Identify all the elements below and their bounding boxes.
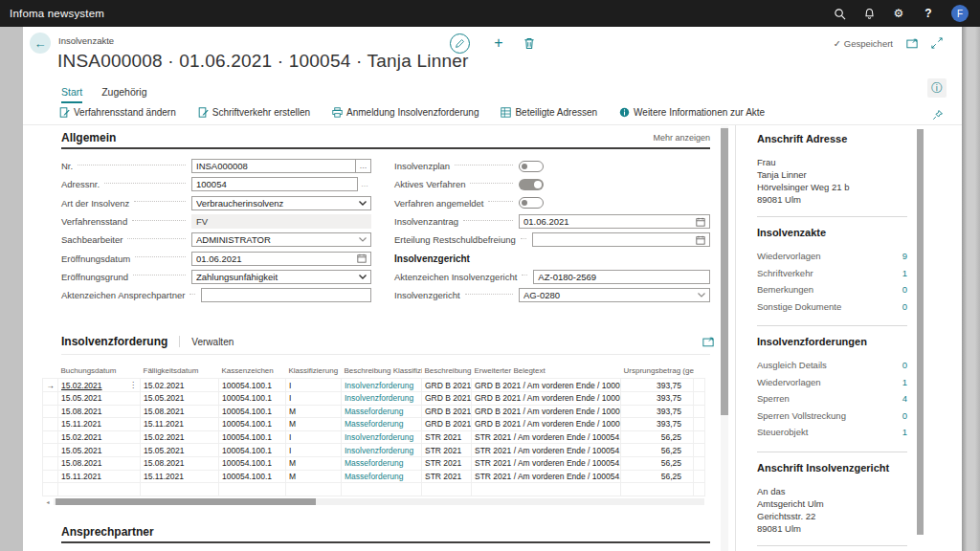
user-avatar[interactable]: F	[951, 5, 969, 22]
cell-buchungsdatum[interactable]: 15.02.2021⋮	[58, 379, 141, 392]
cell-ursprungsbetrag[interactable]: 56,25	[621, 444, 694, 457]
factbox-item-count[interactable]: 0	[902, 284, 907, 295]
table-row[interactable]: 15.05.202115.05.2021100054.100.1IInsolve…	[43, 391, 705, 405]
hscroll-left-arrow[interactable]: ◄	[42, 499, 54, 505]
breadcrumb[interactable]: Insolvenzakte	[58, 35, 114, 46]
cell-beschreibung[interactable]: GRD B 2021	[422, 391, 472, 405]
factbox-item-count[interactable]: 9	[902, 251, 907, 261]
cell-erweiterter_belegtext[interactable]: STR 2021 / Am vorderen Ende / 100054.100…	[472, 456, 621, 470]
col-header-faelligkeitsdatum[interactable]: Fälligkeitsdatum	[141, 363, 219, 379]
table-row[interactable]: 15.11.202115.11.2021100054.100.1MMassefo…	[43, 470, 705, 483]
cell-buchungsdatum[interactable]: 15.02.2021	[58, 430, 141, 444]
open-in-window-icon[interactable]	[906, 38, 918, 49]
input-erteilung-restschuldbefreiung[interactable]	[532, 232, 710, 247]
col-header-beschreibung_klassifizierung[interactable]: Beschreibung Klassifizierung	[342, 363, 422, 379]
cell-buchungsdatum[interactable]: 15.11.2021	[58, 470, 141, 483]
show-more-link[interactable]: Mehr anzeigen	[653, 133, 710, 143]
cell-beschreibung-klassifizierung[interactable]: Masseforderung	[342, 418, 422, 431]
table-row[interactable]: 15.02.202115.02.2021100054.100.1IInsolve…	[43, 430, 705, 444]
cell-beschreibung[interactable]: STR 2021	[422, 470, 472, 483]
cell-beschreibung[interactable]: GRD B 2021	[422, 405, 472, 418]
table-row[interactable]: 15.11.202115.11.2021100054.100.1MMassefo…	[43, 418, 705, 431]
factbox-vscroll-thumb[interactable]	[917, 129, 924, 535]
toggle-insolvenzplan[interactable]	[519, 161, 544, 172]
factbox-item-count[interactable]: 1	[902, 377, 907, 387]
cell-erweiterter_belegtext[interactable]: GRD B 2021 / Am vorderen Ende / 100054.1…	[472, 405, 621, 418]
cell-beschreibung-klassifizierung[interactable]: Masseforderung	[342, 405, 422, 418]
cell-erweiterter_belegtext[interactable]: GRD B 2021 / Am vorderen Ende / 100054.1…	[472, 418, 621, 431]
factbox-item-count[interactable]: 1	[902, 427, 907, 437]
cell-ursprungsbetrag[interactable]: 393,75	[621, 418, 694, 431]
factbox-item-count[interactable]: 1	[902, 268, 907, 278]
hscroll-track[interactable]	[54, 498, 704, 505]
table-row[interactable]: →15.02.2021⋮15.02.2021100054.100.1IInsol…	[43, 379, 705, 392]
cell-beschreibung[interactable]: STR 2021	[422, 430, 472, 444]
notifications-icon[interactable]	[862, 7, 876, 20]
input-insolvenzgericht[interactable]: AG-0280	[519, 288, 710, 302]
verwalten-menu[interactable]: Verwalten	[191, 337, 234, 347]
row-menu-icon[interactable]: ⋮	[129, 381, 137, 389]
cell-klassifizierung[interactable]: M	[286, 470, 342, 483]
cell-klassifizierung[interactable]: I	[286, 379, 342, 392]
col-header-klassifizierung[interactable]: Klassifizierung	[286, 363, 342, 379]
cell-ursprungsbetrag[interactable]: 393,75	[621, 379, 694, 392]
col-header-kassenzeichen[interactable]: Kassenzeichen	[219, 363, 286, 379]
cell-beschreibung[interactable]: GRD B 2021	[422, 379, 472, 392]
cell-buchungsdatum[interactable]: 15.08.2021	[58, 405, 141, 418]
table-hscrollbar[interactable]: ◄	[42, 498, 704, 506]
cell-ursprungsbetrag[interactable]: 56,25	[621, 456, 694, 470]
chevron-down-icon[interactable]	[359, 237, 367, 242]
col-header-erweiterter_belegtext[interactable]: Erweiterter Belegtext	[472, 363, 621, 379]
table-row[interactable]: 15.05.202115.05.2021100054.100.1IInsolve…	[43, 444, 705, 457]
cell-ursprungsbetrag[interactable]: 56,25	[621, 470, 694, 483]
cell-kassenzeichen[interactable]: 100054.100.1	[219, 444, 286, 457]
input-art-der-insolvenz[interactable]: Verbraucherinsolvenz	[191, 196, 371, 210]
cell-klassifizierung[interactable]: M	[286, 418, 342, 431]
col-header-beschreibung[interactable]: Beschreibung	[422, 363, 472, 379]
cell-faelligkeitsdatum[interactable]: 15.08.2021	[141, 456, 219, 470]
col-header-ursprungsbetrag[interactable]: Ursprungsbetrag (gesplittet)	[621, 363, 694, 379]
tab-start[interactable]: Start	[61, 86, 82, 103]
back-button[interactable]: ←	[30, 33, 51, 54]
cell-faelligkeitsdatum[interactable]: 15.11.2021	[141, 418, 219, 431]
cell-klassifizierung[interactable]: M	[286, 405, 342, 418]
cell-faelligkeitsdatum[interactable]: 15.08.2021	[141, 405, 219, 418]
cell-klassifizierung[interactable]: I	[286, 430, 342, 444]
cell-buchungsdatum[interactable]: 15.08.2021	[58, 456, 141, 470]
chevron-down-icon[interactable]	[359, 275, 367, 279]
cell-erweiterter_belegtext[interactable]: STR 2021 / Am vorderen Ende / 100054.100…	[472, 430, 621, 444]
factbox-item-count[interactable]: 4	[902, 393, 907, 404]
cell-beschreibung-klassifizierung[interactable]: Masseforderung	[342, 456, 422, 470]
hscroll-thumb[interactable]	[56, 498, 316, 505]
cell-faelligkeitsdatum[interactable]: 15.05.2021	[141, 444, 219, 457]
input-er-ffnungsgrund[interactable]: Zahlungsunfähigkeit	[191, 270, 371, 284]
action-beteiligte-adressen[interactable]: Beteiligte Adressen	[501, 107, 597, 118]
input-er-ffnungsdatum[interactable]: 01.06.2021	[191, 252, 371, 266]
klassifizierung-link[interactable]: Masseforderung	[345, 472, 403, 481]
cell-kassenzeichen[interactable]: 100054.100.1	[219, 456, 286, 470]
klassifizierung-link[interactable]: Masseforderung	[345, 407, 403, 416]
new-button[interactable]: +	[490, 33, 507, 53]
cell-ursprungsbetrag[interactable]: 56,25	[621, 430, 694, 444]
cell-faelligkeitsdatum[interactable]: 15.11.2021	[141, 470, 219, 483]
factbox-item-count[interactable]: 0	[902, 360, 907, 370]
collapse-icon[interactable]	[931, 37, 943, 49]
cell-erweiterter_belegtext[interactable]: GRD B 2021 / Am vorderen Ende / 100054.1…	[472, 379, 621, 392]
cell-erweiterter_belegtext[interactable]: GRD B 2021 / Am vorderen Ende / 100054.1…	[472, 391, 621, 405]
settings-gear-icon[interactable]: ⚙	[892, 7, 905, 20]
cell-klassifizierung[interactable]: I	[286, 391, 342, 405]
input-insolvenzantrag[interactable]: 01.06.2021	[519, 214, 710, 229]
calendar-icon[interactable]	[696, 217, 705, 227]
pin-icon[interactable]	[932, 109, 944, 121]
cell-beschreibung[interactable]: STR 2021	[422, 456, 472, 470]
action-anmeldung-insolvenzforderung[interactable]: Anmeldung Insolvenzforderung	[332, 107, 479, 118]
assist-edit-button[interactable]: …	[358, 180, 371, 188]
action-verfahrensstand-ndern[interactable]: Verfahrensstand ändern	[59, 107, 176, 118]
factbox-item-count[interactable]: 0	[902, 301, 907, 312]
cell-beschreibung[interactable]: GRD B 2021	[422, 418, 472, 431]
table-row[interactable]: 15.08.202115.08.2021100054.100.1MMassefo…	[43, 405, 705, 418]
cell-kassenzeichen[interactable]: 100054.100.1	[219, 405, 286, 418]
factbox-item-count[interactable]: 0	[902, 410, 907, 421]
klassifizierung-link[interactable]: Insolvenzforderung	[345, 446, 413, 455]
cell-erweiterter_belegtext[interactable]: STR 2021 / Am vorderen Ende / 100054.100…	[472, 444, 621, 457]
